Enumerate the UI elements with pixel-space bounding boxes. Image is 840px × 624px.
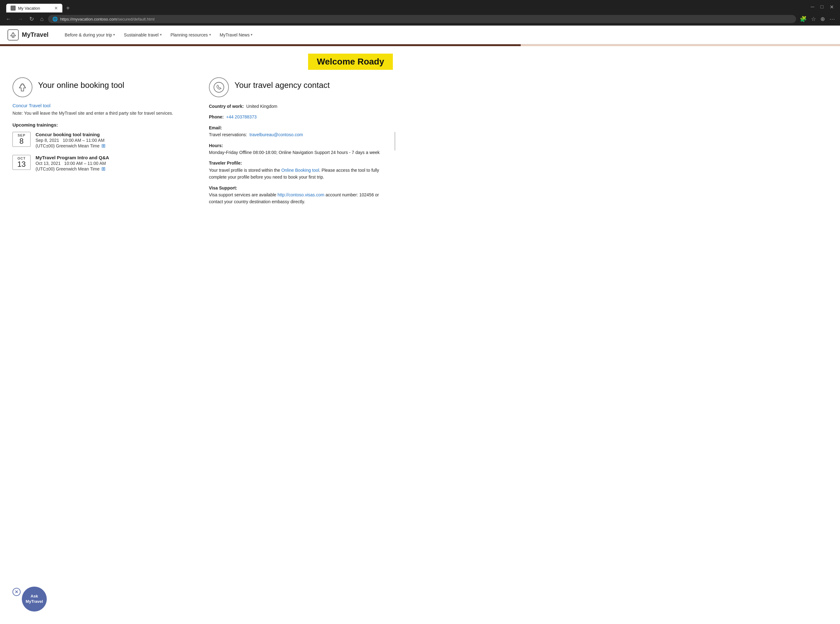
booking-tool-note: Note: You will leave the MyTravel site a… [12,110,196,117]
refresh-button[interactable]: ↻ [28,14,36,24]
maximize-button[interactable]: □ [817,3,827,11]
booking-tool-section: Your online booking tool Concur Travel t… [12,77,196,209]
minimize-button[interactable]: ─ [808,3,817,11]
scroll-indicator [394,132,395,151]
traveler-profile-text-before: Your travel profile is stored within the [209,168,281,173]
visa-text-before: Visa support services are available [209,192,277,197]
forward-button[interactable]: → [15,15,25,24]
training-2-tz: (UTC±00) Greenwich Mean Time ⊞ [36,166,109,172]
logo-text: MyTravel [22,31,49,38]
profiles-button[interactable]: ⊕ [819,14,826,24]
content-grid: Your online booking tool Concur Travel t… [12,77,393,209]
nav-label-sustainable: Sustainable travel [124,32,158,37]
main-content: Welcome Roady Your online booking tool C… [0,46,405,216]
online-booking-tool-link[interactable]: Online Booking tool [281,168,319,173]
training-1-details: Concur booking tool training Sep 8, 2021… [36,132,105,149]
booking-tool-header: Your online booking tool [12,77,196,97]
nav-item-news[interactable]: MyTravel News ▾ [216,31,257,39]
nav-item-before-during[interactable]: Before & during your trip ▾ [61,31,119,39]
agency-hours-row: Hours: Monday-Friday Offline 08:00-18:00… [209,142,393,156]
url-display: https://myvacation.contoso.com/secured/d… [60,17,155,22]
traveler-profile-label: Traveler Profile: [209,161,242,165]
nav-label-planning: Planning resources [170,32,208,37]
extensions-button[interactable]: 🧩 [798,14,808,24]
phone-link[interactable]: +44 203788373 [226,114,257,119]
hours-value: Monday-Friday Offline 08:00-18:00; Onlin… [209,150,380,155]
email-link[interactable]: travelbureau@contoso.com [249,132,303,137]
training-1-day: 8 [13,137,30,145]
back-button[interactable]: ← [4,15,13,24]
nav-item-planning[interactable]: Planning resources ▾ [167,31,215,39]
training-2-date-box: OCT 13 [12,155,31,170]
progress-bar-fill [0,44,521,46]
tab-title: My Vacation [18,6,40,11]
nav-item-sustainable[interactable]: Sustainable travel ▾ [120,31,165,39]
add-to-calendar-icon-2[interactable]: ⊞ [101,166,105,172]
url-path: /secured/default.html [117,17,155,22]
add-to-calendar-icon-1[interactable]: ⊞ [101,143,105,149]
tab-favicon [11,6,15,11]
site-header: MyTravel Before & during your trip ▾ Sus… [0,26,840,44]
upcoming-trainings-label: Upcoming trainings: [12,122,196,127]
logo-icon [8,29,19,40]
chevron-down-icon: ▾ [113,33,115,37]
chevron-down-icon: ▾ [251,33,252,37]
chevron-down-icon: ▾ [209,33,211,37]
address-bar[interactable]: 🌐 https://myvacation.contoso.com/secured… [48,15,796,23]
more-button[interactable]: ⋯ [828,14,836,24]
url-domain: https://myvacation.contoso.com [60,17,117,22]
training-2-name: MyTravel Program Intro and Q&A [36,155,109,160]
nav-menu: Before & during your trip ▾ Sustainable … [61,31,257,39]
welcome-box: Welcome Roady [308,54,393,70]
training-1-date-box: SEP 8 [12,132,31,147]
svg-rect-3 [13,8,15,10]
svg-rect-2 [11,8,13,10]
training-2-day: 13 [13,160,30,168]
globe-icon: 🌐 [53,17,58,22]
close-button[interactable]: ✕ [827,3,837,11]
training-1-tz: (UTC±00) Greenwich Mean Time ⊞ [36,143,105,149]
training-1-time: Sep 8, 2021 10:00 AM – 11:00 AM [36,138,105,143]
browser-tab[interactable]: My Vacation ✕ [6,4,62,12]
training-item-1: SEP 8 Concur booking tool training Sep 8… [12,132,196,149]
country-label: Country of work: [209,104,244,109]
training-1-name: Concur booking tool training [36,132,105,137]
nav-label-before-during: Before & during your trip [65,32,112,37]
svg-point-8 [214,82,224,92]
training-item-2: OCT 13 MyTravel Program Intro and Q&A Oc… [12,155,196,172]
progress-bar [0,44,840,46]
svg-rect-0 [11,6,13,8]
agency-email-row: Email: Travel reservations: travelbureau… [209,124,393,138]
agency-profile-row: Traveler Profile: Your travel profile is… [209,159,393,181]
home-button[interactable]: ⌂ [38,15,45,24]
new-tab-button[interactable]: + [63,5,72,12]
country-value: United Kingdom [246,104,277,109]
visa-support-label: Visa Support: [209,185,237,190]
training-2-details: MyTravel Program Intro and Q&A Oct 13, 2… [36,155,109,172]
agency-title: Your travel agency contact [235,77,330,90]
agency-header: Your travel agency contact [209,77,393,97]
phone-label: Phone: [209,114,224,119]
email-desc: Travel reservations: [209,132,247,137]
favorites-button[interactable]: ☆ [810,14,817,24]
welcome-banner: Welcome Roady [12,54,393,70]
travel-agency-section: Your travel agency contact Country of wo… [209,77,393,209]
agency-icon [209,77,229,97]
agency-visa-row: Visa Support: Visa support services are … [209,185,393,205]
agency-country-row: Country of work: United Kingdom [209,103,393,110]
training-2-time: Oct 13, 2021 10:00 AM – 11:00 AM [36,161,109,166]
site-logo: MyTravel [8,29,49,40]
nav-label-news: MyTravel News [220,32,250,37]
svg-rect-1 [13,6,15,8]
email-label: Email: [209,125,222,130]
agency-phone-row: Phone: +44 203788373 [209,113,393,120]
concur-travel-link[interactable]: Concur Travel tool [12,103,51,108]
booking-tool-icon [12,77,32,97]
hours-label: Hours: [209,143,223,148]
booking-tool-title: Your online booking tool [38,77,124,90]
tab-close-button[interactable]: ✕ [54,6,58,11]
visa-link[interactable]: http://contoso.visas.com [277,192,324,197]
chevron-down-icon: ▾ [160,33,162,37]
